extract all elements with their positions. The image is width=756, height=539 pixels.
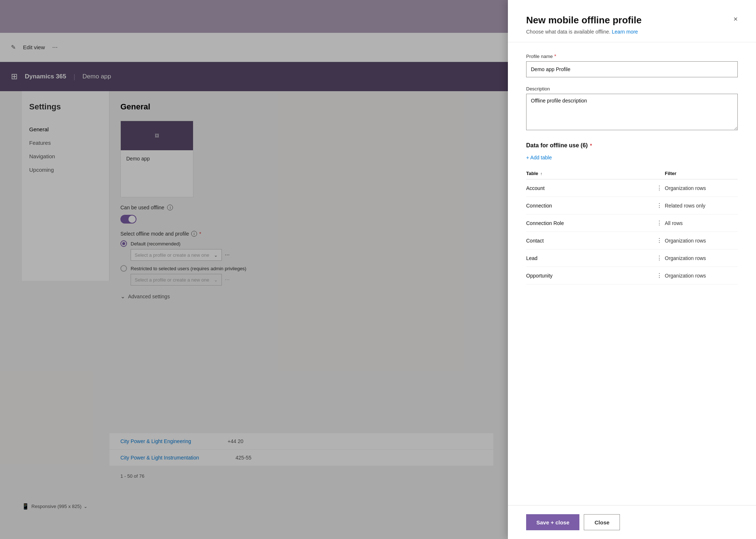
- table-cell-filter: Organization rows: [665, 238, 738, 244]
- table-row: Connection Role ⋮ All rows: [526, 214, 738, 232]
- table-cell-name: Contact: [526, 238, 654, 244]
- table-cell-name: Connection: [526, 203, 654, 209]
- close-button[interactable]: ×: [730, 13, 741, 25]
- close-icon: ×: [733, 15, 738, 23]
- data-section-required: *: [590, 143, 592, 148]
- table-cell-name: Account: [526, 185, 654, 191]
- profile-name-input[interactable]: [526, 61, 738, 77]
- profile-name-label: Profile name *: [526, 53, 738, 59]
- table-row: Contact ⋮ Organization rows: [526, 232, 738, 249]
- modal-subtitle: Choose what data is available offline. L…: [526, 29, 738, 35]
- sort-arrow-icon[interactable]: ↑: [540, 171, 543, 176]
- learn-more-link[interactable]: Learn more: [612, 29, 638, 35]
- table-cell-filter: Organization rows: [665, 185, 738, 191]
- table-row-menu-button[interactable]: ⋮: [654, 202, 665, 209]
- table-col-filter-header: Filter: [665, 171, 738, 176]
- modal-panel: New mobile offline profile Choose what d…: [508, 0, 756, 539]
- close-modal-button[interactable]: Close: [584, 514, 620, 530]
- description-label: Description: [526, 86, 738, 92]
- modal-body: Profile name * Description Data for offl…: [508, 42, 756, 505]
- table-cell-name: Lead: [526, 255, 654, 261]
- table-row-menu-button[interactable]: ⋮: [654, 272, 665, 279]
- table-cell-filter: Organization rows: [665, 255, 738, 261]
- table-row: Lead ⋮ Organization rows: [526, 249, 738, 267]
- description-field-group: Description: [526, 86, 738, 131]
- table-row: Opportunity ⋮ Organization rows: [526, 267, 738, 284]
- table-row-menu-button[interactable]: ⋮: [654, 237, 665, 244]
- modal-footer: Save + close Close: [508, 505, 756, 539]
- modal-title: New mobile offline profile: [526, 15, 738, 26]
- add-table-button[interactable]: + Add table: [526, 155, 738, 160]
- table-cell-name: Opportunity: [526, 273, 654, 279]
- profile-name-required: *: [554, 53, 556, 59]
- table-row-menu-button[interactable]: ⋮: [654, 185, 665, 191]
- table-cell-filter: Organization rows: [665, 273, 738, 279]
- table-header: Table ↑ Filter: [526, 168, 738, 179]
- add-table-label: + Add table: [526, 155, 552, 160]
- modal-header: New mobile offline profile Choose what d…: [508, 0, 756, 42]
- table-row: Account ⋮ Organization rows: [526, 179, 738, 197]
- table-row: Connection ⋮ Related rows only: [526, 197, 738, 214]
- data-section-title: Data for offline use (6) *: [526, 142, 738, 149]
- table-row-menu-button[interactable]: ⋮: [654, 255, 665, 261]
- table-row-menu-button[interactable]: ⋮: [654, 220, 665, 226]
- description-input[interactable]: [526, 94, 738, 130]
- table-cell-filter: All rows: [665, 220, 738, 226]
- save-close-button[interactable]: Save + close: [526, 514, 579, 530]
- table-cell-name: Connection Role: [526, 220, 654, 226]
- table-cell-filter: Related rows only: [665, 203, 738, 209]
- profile-name-field-group: Profile name *: [526, 53, 738, 77]
- table-col-name-header: Table ↑: [526, 171, 665, 176]
